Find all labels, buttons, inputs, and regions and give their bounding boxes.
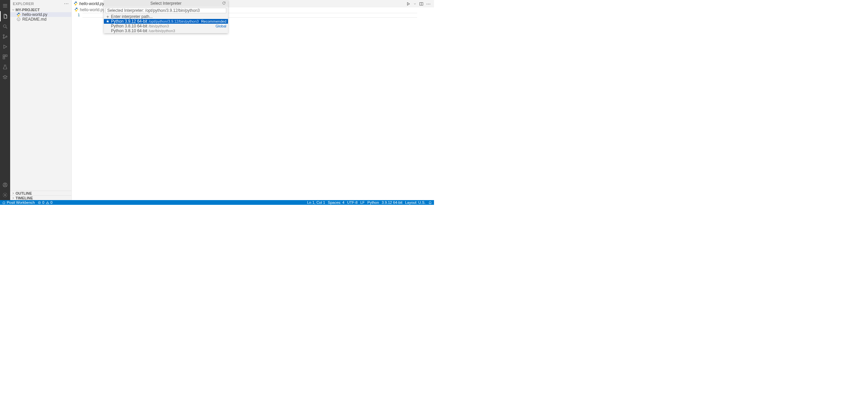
tab-label: hello-world.py <box>79 1 104 6</box>
menu-icon[interactable] <box>0 1 10 11</box>
python-file-icon <box>74 1 78 6</box>
activity-bar <box>0 0 10 200</box>
svg-point-0 <box>3 25 6 27</box>
file-item[interactable]: hello-world.py <box>10 12 71 17</box>
notifications-icon[interactable] <box>428 201 432 204</box>
interpreter-path: /usr/bin/python3 <box>149 29 175 33</box>
error-count: 0 <box>42 200 44 204</box>
eol[interactable]: LF <box>360 200 365 204</box>
python-file-icon <box>16 12 21 17</box>
picker-title-bar: Select Interpreter <box>104 0 228 7</box>
warning-count: 0 <box>50 200 52 204</box>
svg-rect-4 <box>3 55 5 57</box>
status-bar: Posit Workbench 0 0 Ln 1, Col 1 Spaces: … <box>0 200 434 205</box>
project-folder-header[interactable]: MY-PROJECT <box>10 7 71 12</box>
problems-errors[interactable]: 0 <box>38 200 44 204</box>
workbench-icon[interactable] <box>0 72 10 82</box>
outline-section[interactable]: OUTLINE <box>10 191 71 195</box>
picker-input[interactable] <box>106 8 226 13</box>
file-name: hello-world.py <box>22 12 47 17</box>
sidebar-more-icon[interactable]: ⋯ <box>64 1 69 6</box>
problems-warnings[interactable]: 0 <box>46 200 52 204</box>
explorer-icon[interactable] <box>0 11 10 21</box>
interpreter-label: Python 3.8.10 64-bit <box>111 28 147 33</box>
keyboard-layout[interactable]: Layout: U.S. <box>405 200 426 204</box>
cursor-position[interactable]: Ln 1, Col 1 <box>307 200 325 204</box>
file-name: README.md <box>22 17 46 22</box>
sidebar-header: EXPLORER ⋯ <box>10 0 71 7</box>
encoding[interactable]: UTF-8 <box>347 200 358 204</box>
svg-point-2 <box>3 37 4 39</box>
interpreter-tag: Recommended <box>201 19 226 23</box>
sidebar-title: EXPLORER <box>13 2 34 6</box>
language-mode[interactable]: Python <box>367 200 379 204</box>
more-actions-icon[interactable]: ⋯ <box>426 1 431 6</box>
sidebar: EXPLORER ⋯ MY-PROJECT hello-world.py <box>10 0 72 200</box>
interpreter-option[interactable]: Python 3.8.10 64-bit /bin/python3 Global <box>104 24 228 28</box>
accounts-icon[interactable] <box>0 180 10 190</box>
interpreter-option[interactable]: ★ Python 3.9.12 64-bit /opt/python/3.9.1… <box>104 19 228 24</box>
project-name: MY-PROJECT <box>16 8 40 12</box>
enter-path-label: Enter interpreter path... <box>111 14 153 19</box>
run-dropdown-icon[interactable] <box>413 2 416 5</box>
search-icon[interactable] <box>0 21 10 31</box>
svg-point-9 <box>4 194 6 196</box>
svg-rect-5 <box>5 55 7 57</box>
plus-icon <box>106 15 110 19</box>
extensions-icon[interactable] <box>0 52 10 62</box>
svg-point-1 <box>3 35 4 36</box>
python-file-icon <box>74 7 78 13</box>
chevron-down-icon <box>12 8 15 12</box>
enter-interpreter-path[interactable]: Enter interpreter path... <box>104 14 228 19</box>
section-label: TIMELINE <box>16 196 33 200</box>
svg-rect-6 <box>3 57 5 59</box>
interpreter-option[interactable]: Python 3.8.10 64-bit /usr/bin/python3 <box>104 28 228 33</box>
interpreter-path: /opt/python/3.9.12/bin/python3 <box>149 19 199 23</box>
line-numbers: 1 <box>72 12 83 200</box>
interpreter-label: Python 3.9.12 64-bit <box>111 19 147 24</box>
remote-workbench[interactable]: Posit Workbench <box>2 200 35 204</box>
breadcrumb-label: hello-world.py <box>80 7 105 12</box>
svg-point-8 <box>4 184 6 185</box>
python-interpreter[interactable]: 3.9.12 64-bit <box>382 200 402 204</box>
editor-actions: ⋯ <box>406 1 434 6</box>
settings-gear-icon[interactable] <box>0 190 10 200</box>
interpreter-path: /bin/python3 <box>149 24 169 28</box>
workbench-label: Posit Workbench <box>7 200 35 204</box>
interpreter-tag: Global <box>215 24 226 28</box>
run-icon[interactable] <box>406 2 411 6</box>
section-label: OUTLINE <box>16 191 32 195</box>
file-item[interactable]: README.md <box>10 17 71 22</box>
info-file-icon <box>16 17 21 22</box>
code-area[interactable] <box>83 12 434 200</box>
interpreter-label: Python 3.8.10 64-bit <box>111 24 147 28</box>
svg-point-3 <box>6 36 7 37</box>
testing-icon[interactable] <box>0 62 10 72</box>
chevron-right-icon <box>12 196 15 200</box>
refresh-icon[interactable] <box>222 1 226 6</box>
run-debug-icon[interactable] <box>0 42 10 52</box>
split-editor-icon[interactable] <box>419 2 424 6</box>
picker-title: Select Interpreter <box>150 1 181 6</box>
indentation[interactable]: Spaces: 4 <box>328 200 344 204</box>
star-icon: ★ <box>106 19 110 24</box>
source-control-icon[interactable] <box>0 31 10 42</box>
editor-body[interactable]: 1 <box>72 12 434 200</box>
line-number: 1 <box>72 13 80 17</box>
interpreter-picker: Select Interpreter Enter interpreter pat… <box>104 0 228 33</box>
file-tree: hello-world.py README.md <box>10 12 71 191</box>
chevron-right-icon <box>12 192 15 195</box>
timeline-section[interactable]: TIMELINE <box>10 195 71 200</box>
